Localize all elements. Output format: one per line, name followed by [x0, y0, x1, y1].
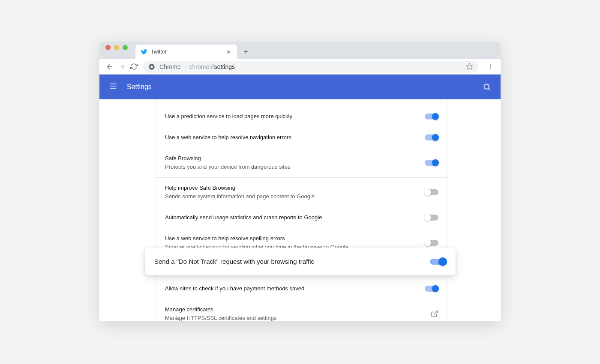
toggle-switch[interactable]: [425, 189, 438, 195]
setting-usage-statistics[interactable]: Automatically send usage statistics and …: [156, 207, 447, 228]
toggle-switch[interactable]: [425, 134, 438, 140]
maximize-window-button[interactable]: [123, 45, 128, 50]
window-controls: [105, 42, 128, 59]
toggle-switch[interactable]: [425, 160, 438, 166]
setting-title: Use a prediction service to load pages m…: [165, 112, 420, 121]
chrome-icon: [148, 63, 155, 70]
svg-point-5: [484, 84, 489, 89]
setting-title: Send a "Do Not Track" request with your …: [154, 258, 430, 265]
omnibox-path: settings: [214, 63, 235, 70]
setting-title: Manage certificates: [165, 305, 426, 314]
bookmark-star-icon[interactable]: [466, 63, 473, 70]
setting-subtitle: Sends some system information and page c…: [165, 192, 420, 201]
settings-header: Settings: [99, 75, 501, 99]
omnibox-prefix: chrome://: [189, 63, 214, 70]
menu-button[interactable]: [484, 61, 496, 73]
close-tab-icon[interactable]: [225, 48, 232, 55]
setting-subtitle: Protects you and your device from danger…: [165, 163, 420, 171]
setting-safe-browsing[interactable]: Safe Browsing Protects you and your devi…: [156, 148, 447, 178]
svg-point-1: [150, 66, 153, 68]
setting-prediction-service[interactable]: Use a prediction service to load pages m…: [156, 106, 447, 127]
setting-improve-safe-browsing[interactable]: Help improve Safe Browsing Sends some sy…: [156, 178, 447, 207]
open-external-icon: [431, 310, 438, 318]
setting-navigation-errors[interactable]: Use a web service to help resolve naviga…: [156, 127, 447, 148]
toggle-switch[interactable]: [425, 113, 438, 119]
browser-window: Twitter Chrome | chrome://settings: [99, 42, 501, 321]
hamburger-icon[interactable]: [109, 82, 119, 92]
browser-tab[interactable]: Twitter: [135, 45, 237, 59]
omnibox-app: Chrome: [159, 63, 181, 70]
setting-title: Help improve Safe Browsing: [165, 184, 420, 192]
tab-strip: Twitter: [99, 42, 501, 59]
browser-toolbar: Chrome | chrome://settings: [99, 59, 501, 75]
setting-title: Use a web service to help resolve naviga…: [165, 133, 420, 142]
svg-point-3: [490, 66, 491, 67]
address-bar[interactable]: Chrome | chrome://settings: [143, 61, 478, 73]
back-button[interactable]: [104, 61, 116, 73]
setting-payment-methods[interactable]: Allow sites to check if you have payment…: [156, 278, 447, 299]
toggle-switch[interactable]: [425, 215, 438, 221]
toggle-switch[interactable]: [430, 259, 446, 265]
twitter-icon: [141, 48, 147, 55]
toggle-switch[interactable]: [425, 240, 438, 246]
settings-row-partial: [156, 99, 447, 106]
sidebar: [99, 99, 156, 321]
close-window-button[interactable]: [105, 45, 111, 50]
reload-button[interactable]: [128, 61, 140, 73]
minimize-window-button[interactable]: [114, 45, 119, 50]
search-icon[interactable]: [483, 83, 491, 91]
setting-title: Safe Browsing: [165, 154, 420, 163]
setting-title: Automatically send usage statistics and …: [165, 213, 420, 222]
new-tab-button[interactable]: [240, 45, 252, 57]
toggle-switch[interactable]: [425, 286, 438, 292]
content-area: Use a prediction service to load pages m…: [99, 99, 501, 321]
forward-button[interactable]: [116, 61, 128, 73]
setting-manage-certificates[interactable]: Manage certificates Manage HTTPS/SSL cer…: [156, 299, 447, 321]
svg-point-2: [490, 64, 491, 65]
svg-point-4: [490, 68, 491, 69]
setting-subtitle: Manage HTTPS/SSL certificates and settin…: [165, 314, 426, 321]
page-title: Settings: [127, 83, 152, 91]
setting-title: Use a web service to help resolve spelli…: [165, 234, 420, 243]
tab-title: Twitter: [151, 49, 225, 55]
setting-do-not-track-card[interactable]: Send a "Do Not Track" request with your …: [145, 248, 456, 275]
setting-title: Allow sites to check if you have payment…: [165, 284, 420, 293]
settings-panel: Use a prediction service to load pages m…: [156, 99, 447, 321]
